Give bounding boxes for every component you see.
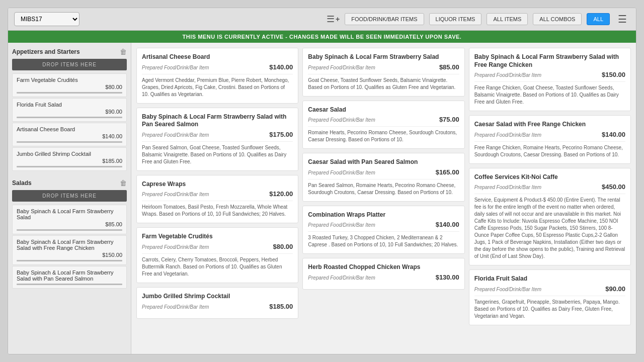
menu-columns: Artisanal Cheese Board Prepared Food/Dri… xyxy=(136,48,631,325)
delete-section-appetizers-icon[interactable]: 🗑 xyxy=(120,48,127,56)
sidebar-item-spinach-salad[interactable]: Baby Spinach & Local Farm Strawberry Sal… xyxy=(12,205,127,234)
menu-card-florida-fruit[interactable]: Florida Fruit Salad Prepared Food/Drink/… xyxy=(469,269,631,325)
card-title: Caesar Salad with Pan Seared Salmon xyxy=(308,158,459,166)
sidebar-item-bar xyxy=(17,141,122,143)
menu-card-caesar-salad[interactable]: Caesar Salad Prepared Food/Drink/Bar Ite… xyxy=(302,101,464,149)
card-desc: Pan Seared Salmon, Goat Cheese, Toasted … xyxy=(142,144,293,165)
delete-section-salads-icon[interactable]: 🗑 xyxy=(120,179,127,187)
sidebar-item-price: $85.00 xyxy=(17,221,122,227)
card-price: $185.00 xyxy=(269,303,293,310)
card-price: $450.00 xyxy=(602,183,625,191)
card-desc: Heirloom Tomatoes, Basil Pesto, Fresh Mo… xyxy=(142,204,293,218)
card-meta: Prepared Food/Drink/Bar Item $130.00 xyxy=(308,274,459,281)
sidebar-item-name: Florida Fruit Salad xyxy=(17,102,122,108)
main-content: Appetizers and Starters 🗑 DROP ITEMS HER… xyxy=(8,43,636,354)
sidebar-item-artisanal-cheese[interactable]: Artisanal Cheese Board $140.00 xyxy=(12,123,127,146)
sidebar-section-header-appetizers: Appetizers and Starters 🗑 xyxy=(12,48,127,56)
menu-card-spinach-salmon[interactable]: Baby Spinach & Local Farm Strawberry Sal… xyxy=(136,108,298,171)
card-title: Caesar Salad xyxy=(308,106,459,114)
card-price: $120.00 xyxy=(269,190,293,198)
drop-zone-appetizers[interactable]: DROP ITEMS HERE xyxy=(12,59,127,70)
toolbar: MIBS17 ☰ + FOOD/DRINK/BAR ITEMS LIQUOR I… xyxy=(8,8,636,31)
card-title: Herb Roasted Chopped Chicken Wraps xyxy=(308,263,459,272)
card-price: $85.00 xyxy=(439,63,459,71)
card-title: Coffee Services Kit-Noi Caffe xyxy=(474,173,625,182)
filter-liquor-button[interactable]: LIQUOR ITEMS xyxy=(429,13,482,25)
menu-card-combo-wraps[interactable]: Combination Wraps Platter Prepared Food/… xyxy=(302,206,464,254)
menu-card-herb-chicken-wraps[interactable]: Herb Roasted Chopped Chicken Wraps Prepa… xyxy=(302,258,464,290)
card-price: $140.00 xyxy=(436,221,459,228)
sidebar-section-header-salads: Salads 🗑 xyxy=(12,179,127,187)
card-type: Prepared Food/Drink/Bar Item xyxy=(474,72,541,78)
sidebar-item-spinach-salmon[interactable]: Baby Spinach & Local Farm Strawberry Sal… xyxy=(12,266,127,289)
add-menu-button[interactable]: ☰ + xyxy=(327,14,340,25)
filter-all-button[interactable]: ALL xyxy=(587,13,610,25)
sidebar-section-title-salads: Salads xyxy=(12,179,32,187)
card-divider xyxy=(308,74,459,74)
card-desc: Free Range Chicken, Romaine Hearts, Peco… xyxy=(474,144,625,158)
sidebar-item-farm-veg[interactable]: Farm Vegetable Crudités $80.00 xyxy=(12,73,127,97)
card-title: Caesar Salad with Free Range Chicken xyxy=(474,121,625,129)
card-desc: Aged Vermont Cheddar, Premium Blue, Pier… xyxy=(142,77,293,98)
menu-card-artisanal-cheese[interactable]: Artisanal Cheese Board Prepared Food/Dri… xyxy=(136,48,298,104)
card-desc: 3 Roasted Turkey, 3 Chopped Chicken, 2 M… xyxy=(308,234,459,248)
card-meta: Prepared Food/Drink/Bar Item $175.00 xyxy=(142,131,293,138)
books-icon-button[interactable]: ☰ xyxy=(615,12,630,26)
menu-card-caprese-wraps[interactable]: Caprese Wraps Prepared Food/Drink/Bar It… xyxy=(136,175,298,224)
menu-col-2: Baby Spinach & Local Farm Strawberry Sal… xyxy=(302,48,464,325)
card-price: $75.00 xyxy=(439,116,459,123)
sidebar-item-name: Artisanal Cheese Board xyxy=(17,126,122,132)
sidebar-item-price: $90.00 xyxy=(17,109,122,115)
sidebar-item-jumbo-shrimp[interactable]: Jumbo Grilled Shrimp Cocktail $185.00 xyxy=(12,147,127,171)
card-meta: Prepared Food/Drink/Bar Item $450.00 xyxy=(474,183,625,191)
card-desc: Service, Equipment & Product-$ 450.00 (E… xyxy=(474,197,625,260)
card-divider xyxy=(308,231,459,232)
card-meta: Prepared Food/Drink/Bar Item $75.00 xyxy=(308,116,459,123)
menu-card-spinach-salad[interactable]: Baby Spinach & Local Farm Strawberry Sal… xyxy=(302,48,464,97)
sidebar-item-bar xyxy=(17,229,122,231)
menu-select[interactable]: MIBS17 xyxy=(14,12,79,26)
menu-card-caesar-salmon[interactable]: Caesar Salad with Pan Seared Salmon Prep… xyxy=(302,153,464,202)
sidebar-item-name: Baby Spinach & Local Farm Strawberry Sal… xyxy=(17,239,122,251)
filter-all-items-button[interactable]: ALL ITEMS xyxy=(487,13,528,25)
sidebar-item-spinach-chicken[interactable]: Baby Spinach & Local Farm Strawberry Sal… xyxy=(12,235,127,265)
card-type: Prepared Food/Drink/Bar Item xyxy=(474,185,541,190)
card-price: $140.00 xyxy=(269,63,293,71)
card-type: Prepared Food/Drink/Bar Item xyxy=(142,132,209,138)
menu-card-coffee-services[interactable]: Coffee Services Kit-Noi Caffe Prepared F… xyxy=(469,168,631,266)
card-type: Prepared Food/Drink/Bar Item xyxy=(142,244,209,250)
card-title: Artisanal Cheese Board xyxy=(142,53,293,61)
card-title: Caprese Wraps xyxy=(142,180,293,189)
card-type: Prepared Food/Drink/Bar Item xyxy=(474,132,541,138)
card-desc: Goat Cheese, Toasted Sunflower Seeds, Ba… xyxy=(308,77,459,91)
card-title: Baby Spinach & Local Farm Strawberry Sal… xyxy=(474,53,625,69)
card-type: Prepared Food/Drink/Bar Item xyxy=(142,192,209,197)
menu-col-3: Baby Spinach & Local Farm Strawberry Sal… xyxy=(469,48,631,325)
menu-card-jumbo-shrimp[interactable]: Jumbo Grilled Shrimp Cocktail Prepared F… xyxy=(136,287,298,319)
card-meta: Prepared Food/Drink/Bar Item $140.00 xyxy=(474,131,625,138)
card-type: Prepared Food/Drink/Bar Item xyxy=(308,275,375,281)
card-type: Prepared Food/Drink/Bar Item xyxy=(308,117,375,123)
sidebar-item-price: $140.00 xyxy=(17,133,122,139)
card-title: Florida Fruit Salad xyxy=(474,275,625,283)
menu-card-farm-veg[interactable]: Farm Vegetable Crudités Prepared Food/Dr… xyxy=(136,227,298,283)
filter-food-button[interactable]: FOOD/DRINK/BAR ITEMS xyxy=(345,13,424,25)
plus-icon: + xyxy=(336,15,340,23)
sidebar-item-florida-fruit[interactable]: Florida Fruit Salad $90.00 xyxy=(12,98,127,122)
card-price: $130.00 xyxy=(436,274,459,281)
card-divider xyxy=(474,141,625,142)
menu-card-caesar-free-range[interactable]: Caesar Salad with Free Range Chicken Pre… xyxy=(469,115,631,164)
card-type: Prepared Food/Drink/Bar Item xyxy=(308,170,375,175)
card-divider xyxy=(142,141,293,142)
card-type: Prepared Food/Drink/Bar Item xyxy=(308,65,375,70)
drop-zone-salads[interactable]: DROP ITEMS HERE xyxy=(12,190,127,202)
sidebar-section-appetizers: Appetizers and Starters 🗑 DROP ITEMS HER… xyxy=(12,48,127,171)
filter-combos-button[interactable]: ALL COMBOS xyxy=(533,13,582,25)
sidebar-section-salads: Salads 🗑 DROP ITEMS HERE Baby Spinach & … xyxy=(12,179,127,289)
card-meta: Prepared Food/Drink/Bar Item $80.00 xyxy=(142,243,293,250)
card-title: Combination Wraps Platter xyxy=(308,211,459,219)
sidebar-item-bar xyxy=(17,284,122,285)
card-type: Prepared Food/Drink/Bar Item xyxy=(142,304,209,310)
sidebar-item-price: $185.00 xyxy=(17,158,122,164)
menu-card-spinach-free-range[interactable]: Baby Spinach & Local Farm Strawberry Sal… xyxy=(469,48,631,111)
